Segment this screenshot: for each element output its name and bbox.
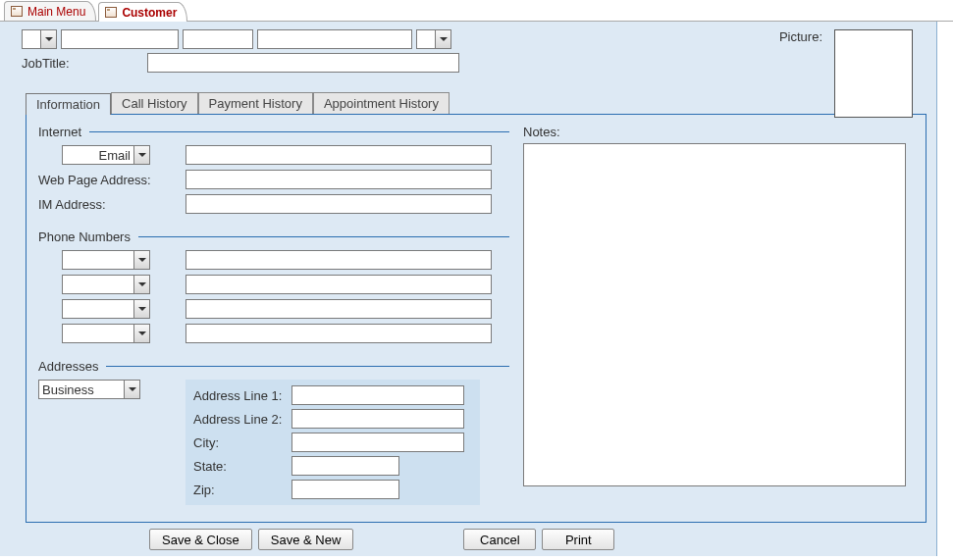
tab-label: Appointment History <box>324 96 439 111</box>
tab-label: Payment History <box>209 96 302 111</box>
chevron-down-icon[interactable] <box>133 325 149 342</box>
tab-label: Call History <box>122 96 186 111</box>
tab-label: Information <box>36 97 100 112</box>
save-new-button[interactable]: Save & New <box>258 529 354 550</box>
tab-call-history[interactable]: Call History <box>111 92 197 114</box>
notes-textarea[interactable] <box>523 143 906 486</box>
chevron-down-icon[interactable] <box>124 381 139 398</box>
phone-number-input[interactable] <box>185 250 492 270</box>
addresses-legend: Addresses <box>38 359 98 374</box>
phone-type-value <box>63 300 133 318</box>
web-input[interactable] <box>185 170 492 189</box>
button-label: Cancel <box>480 533 519 547</box>
email-type-select[interactable]: Email <box>62 145 150 165</box>
form-body: JobTitle: Picture: Information Call Hist… <box>0 22 937 556</box>
picture-label: Picture: <box>779 29 822 44</box>
email-type-value: Email <box>63 146 133 164</box>
information-panel: Internet Email Web Page Address: IM Addr… <box>26 115 927 523</box>
addr-line1-input[interactable] <box>291 385 464 405</box>
button-label: Save & Close <box>162 533 239 547</box>
section-rule <box>138 236 509 237</box>
address-block: Address Line 1: Address Line 2: City: St… <box>185 380 480 505</box>
tab-information[interactable]: Information <box>26 93 111 115</box>
internet-legend: Internet <box>38 125 81 139</box>
chevron-down-icon[interactable] <box>133 251 149 269</box>
doc-tab-customer[interactable]: Customer <box>98 2 187 22</box>
button-row: Save & Close Save & New Cancel Print <box>149 529 927 550</box>
email-input[interactable] <box>185 145 492 165</box>
phone-type-value <box>63 276 133 293</box>
addr-zip-input[interactable] <box>291 480 399 499</box>
phone-type-select[interactable] <box>62 275 150 294</box>
addr-city-label: City: <box>193 435 291 450</box>
addr-city-input[interactable] <box>291 433 464 452</box>
document-tab-bar: Main Menu Customer <box>0 0 953 22</box>
section-rule <box>106 366 509 367</box>
phone-number-input[interactable] <box>185 324 492 343</box>
im-input[interactable] <box>185 194 492 214</box>
phone-type-select[interactable] <box>62 250 150 270</box>
addr-line2-input[interactable] <box>291 409 464 429</box>
print-button[interactable]: Print <box>542 529 614 550</box>
addr-state-label: State: <box>193 459 291 474</box>
notes-label: Notes: <box>523 125 560 139</box>
phone-type-value <box>63 325 133 342</box>
button-label: Save & New <box>271 533 342 547</box>
phone-type-select[interactable] <box>62 324 150 343</box>
picture-box[interactable] <box>834 29 913 118</box>
form-icon <box>11 6 23 17</box>
address-type-value: Business <box>39 381 124 398</box>
phone-type-value <box>63 251 133 269</box>
job-title-input[interactable] <box>147 53 459 73</box>
last-name-input[interactable] <box>257 29 412 49</box>
cancel-button[interactable]: Cancel <box>463 529 536 550</box>
prefix-value <box>23 30 40 48</box>
first-name-input[interactable] <box>61 29 179 49</box>
phone-number-input[interactable] <box>185 275 492 294</box>
prefix-select[interactable] <box>22 29 57 49</box>
addr-line1-label: Address Line 1: <box>193 388 291 403</box>
form-icon <box>105 7 117 18</box>
job-title-label: JobTitle: <box>22 56 139 71</box>
phone-number-input[interactable] <box>185 299 492 319</box>
section-rule <box>89 131 509 132</box>
doc-tab-main-menu[interactable]: Main Menu <box>4 1 96 21</box>
middle-name-input[interactable] <box>183 29 253 49</box>
phone-type-select[interactable] <box>62 299 150 319</box>
chevron-down-icon[interactable] <box>40 30 56 48</box>
chevron-down-icon[interactable] <box>133 300 149 318</box>
addr-state-input[interactable] <box>291 456 399 476</box>
address-type-select[interactable]: Business <box>38 380 140 399</box>
web-label: Web Page Address: <box>38 173 185 187</box>
chevron-down-icon[interactable] <box>133 276 149 293</box>
phones-legend: Phone Numbers <box>38 229 131 244</box>
doc-tab-label: Customer <box>122 6 177 20</box>
im-label: IM Address: <box>38 197 185 212</box>
button-label: Print <box>565 533 592 547</box>
chevron-down-icon[interactable] <box>133 146 149 164</box>
save-close-button[interactable]: Save & Close <box>149 529 252 550</box>
chevron-down-icon[interactable] <box>435 30 450 48</box>
tab-payment-history[interactable]: Payment History <box>198 92 313 114</box>
doc-tab-label: Main Menu <box>27 5 85 19</box>
tab-appointment-history[interactable]: Appointment History <box>313 92 450 114</box>
addr-zip-label: Zip: <box>193 483 291 497</box>
suffix-value <box>417 30 435 48</box>
addr-line2-label: Address Line 2: <box>193 412 291 427</box>
suffix-select[interactable] <box>416 29 451 49</box>
